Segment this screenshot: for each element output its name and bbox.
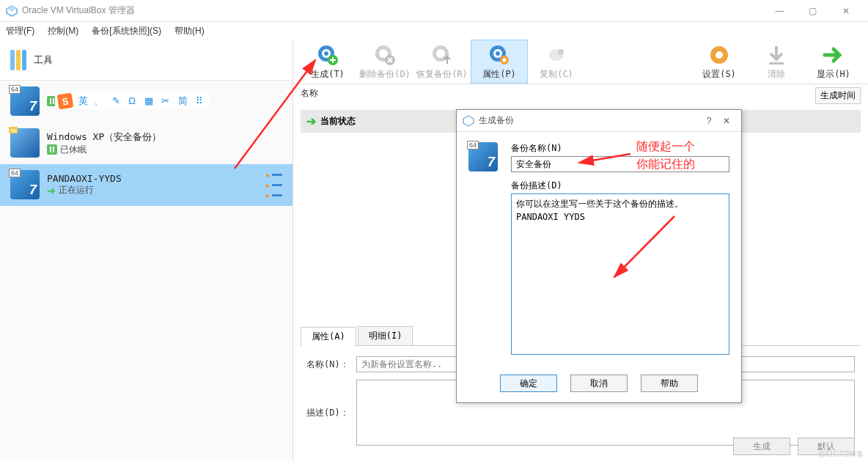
toolbar-copy[interactable]: 复制(C) <box>528 40 585 84</box>
vm-os-icon: 647 <box>10 170 40 199</box>
gear-icon <box>707 43 731 67</box>
ok-button[interactable]: 确定 <box>500 375 557 392</box>
menu-backup[interactable]: 备份[系统快照](S) <box>92 25 161 37</box>
desc-label: 描述(D)： <box>306 407 349 419</box>
right-arrow-icon <box>822 43 845 67</box>
camera-x-icon <box>373 43 397 67</box>
svg-rect-4 <box>53 98 54 104</box>
toolbar-restore[interactable]: 恢复备份(R) <box>413 40 471 84</box>
svg-point-19 <box>496 51 500 56</box>
vm-menu-button[interactable]: ▸ ▸ ▸ <box>266 171 282 199</box>
camera-gear-icon <box>488 43 511 67</box>
svg-rect-7 <box>53 147 54 152</box>
dialog-close-button[interactable]: ✕ <box>718 116 735 126</box>
col-time[interactable]: 生成时间 <box>815 87 861 104</box>
dialog-icon <box>463 115 474 127</box>
vm-name: PANDAOXI-YYDS <box>47 173 122 184</box>
svg-rect-6 <box>50 147 51 152</box>
camera-up-icon <box>430 43 454 67</box>
dialog-os-icon: 647 <box>468 142 498 172</box>
menubar: 管理(F) 控制(M) 备份[系统快照](S) 帮助(H) <box>0 22 868 40</box>
menu-file[interactable]: 管理(F) <box>6 25 34 37</box>
window-title: Oracle VM VirtualBox 管理器 <box>22 4 763 17</box>
vm-item-2[interactable]: 647 PANDAOXI-YYDS ➔正在运行 ▸ ▸ ▸ <box>0 164 293 206</box>
minimize-button[interactable]: — <box>763 0 796 22</box>
backup-name-label: 备份名称(N) <box>511 142 729 155</box>
running-icon: ➔ <box>47 185 56 196</box>
backup-desc-label: 备份描述(D) <box>511 180 729 192</box>
svg-point-16 <box>436 49 445 58</box>
vm-os-icon: 647 <box>10 86 40 116</box>
dialog-title: 生成备份 <box>479 114 514 127</box>
down-arrow-icon <box>765 43 788 67</box>
dialog-titlebar: 生成备份 ? ✕ <box>457 110 741 132</box>
create-backup-dialog: 生成备份 ? ✕ 647 备份名称(N) 备份描述(D) 你可以在这里写一些关于… <box>456 109 742 403</box>
svg-point-25 <box>716 51 723 59</box>
toolbar-show[interactable]: 显示(H) <box>805 40 862 84</box>
name-label: 名称(N)： <box>306 358 349 371</box>
toolbar: 生成(T) 删除备份(D) 恢复备份(R) 属性(P) 复制(C) 设置(S <box>293 40 868 84</box>
svg-marker-27 <box>463 116 474 126</box>
maximize-button[interactable]: ▢ <box>796 0 829 22</box>
app-icon <box>6 5 18 17</box>
tools-row[interactable]: 工具 <box>0 40 293 81</box>
toolbar-settings[interactable]: 设置(S) <box>691 40 748 84</box>
close-button[interactable]: ✕ <box>829 0 862 22</box>
toolbar-clear[interactable]: 清除 <box>748 40 805 84</box>
column-headers: 名称 生成时间 <box>293 84 868 107</box>
paused-icon <box>47 144 57 155</box>
sheep-icon <box>545 43 568 67</box>
tools-label: 工具 <box>34 54 53 67</box>
toolbar-props[interactable]: 属性(P) <box>471 40 528 84</box>
cancel-button[interactable]: 取消 <box>570 375 628 392</box>
dialog-help-button[interactable]: ? <box>700 116 718 126</box>
ime-toolbar[interactable]: S 英 、 ✎ Ω ▦ ✂ 简 ⠿ <box>55 93 209 109</box>
ime-icons[interactable]: 、 ✎ Ω ▦ ✂ 简 ⠿ <box>94 95 206 108</box>
arrow-icon: ➔ <box>306 114 316 128</box>
svg-rect-26 <box>769 62 784 64</box>
svg-point-21 <box>503 58 507 62</box>
svg-point-10 <box>324 51 328 56</box>
toolbar-create[interactable]: 生成(T) <box>299 40 356 84</box>
tab-detail[interactable]: 明细(I) <box>358 326 413 345</box>
vm-os-icon: xp <box>10 128 40 158</box>
menu-control[interactable]: 控制(M) <box>48 25 78 37</box>
help-button[interactable]: 帮助 <box>641 375 698 392</box>
col-name[interactable]: 名称 <box>301 87 815 104</box>
sogou-icon: S <box>57 93 74 110</box>
svg-point-23 <box>558 49 564 55</box>
tab-props[interactable]: 属性(A) <box>301 327 356 346</box>
window-titlebar: Oracle VM VirtualBox 管理器 — ▢ ✕ <box>0 0 868 22</box>
toolbar-delete[interactable]: 删除备份(D) <box>356 40 413 84</box>
svg-rect-5 <box>47 144 57 155</box>
svg-rect-3 <box>50 98 51 104</box>
backup-desc-textarea[interactable]: 你可以在这里写一些关于这个备份的描述。 PANDAOXI YYDS <box>511 193 729 355</box>
camera-plus-icon <box>316 43 339 67</box>
ime-lang[interactable]: 英 <box>78 95 88 108</box>
backup-name-input[interactable] <box>511 156 729 172</box>
watermark: @51CTO博客 <box>818 449 864 460</box>
menu-help[interactable]: 帮助(H) <box>174 25 205 37</box>
vm-name: Windows XP（安全备份） <box>47 130 161 144</box>
generate-button[interactable]: 生成 <box>733 438 790 455</box>
vm-item-1[interactable]: xp Windows XP（安全备份） 已休眠 <box>0 122 293 164</box>
tools-icon <box>10 50 26 70</box>
